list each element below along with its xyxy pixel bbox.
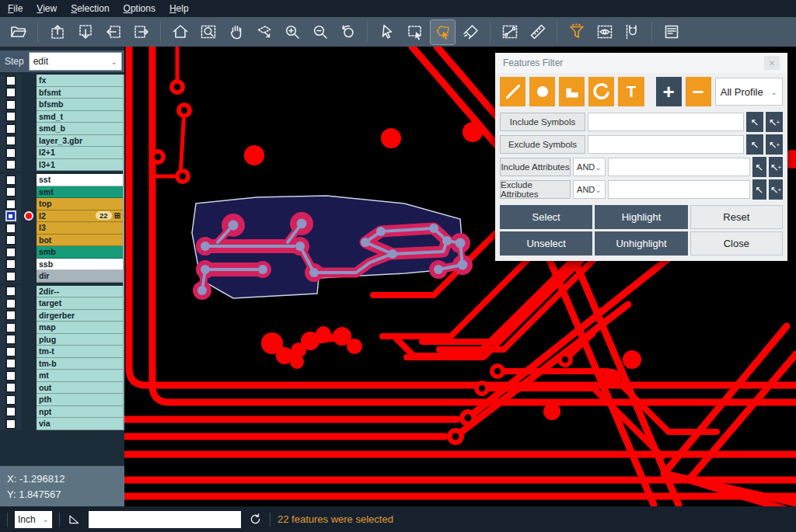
profile-select[interactable]: All Profile ⌄ bbox=[715, 78, 783, 106]
layer-label[interactable]: bfsmb bbox=[37, 99, 123, 111]
select-icon[interactable] bbox=[375, 20, 399, 44]
layer-label[interactable]: top bbox=[37, 198, 123, 210]
remove-filter-button[interactable]: − bbox=[686, 77, 711, 106]
filter-row-label-button[interactable]: Exclude Symbols bbox=[500, 135, 585, 154]
layer-checkbox[interactable] bbox=[5, 346, 16, 357]
layer-row-smd_t[interactable]: smd_t bbox=[0, 111, 123, 123]
layer-label[interactable]: plug bbox=[37, 334, 123, 346]
logic-select[interactable]: AND⌄ bbox=[573, 180, 606, 199]
layer-checkbox[interactable] bbox=[5, 286, 16, 297]
layer-row-smt[interactable]: smt bbox=[0, 186, 123, 199]
layer-label[interactable]: tm-b bbox=[37, 358, 123, 370]
drag-view-icon[interactable] bbox=[252, 20, 276, 44]
layer-row-sst[interactable]: sst bbox=[0, 174, 123, 186]
layer-row-target[interactable]: target bbox=[0, 297, 123, 310]
layer-label[interactable]: tm-t bbox=[37, 346, 123, 358]
pick-add-from-canvas-button[interactable]: ↖+ bbox=[769, 157, 783, 177]
layer-row-via[interactable]: via bbox=[0, 418, 123, 430]
layer-checkbox[interactable] bbox=[5, 210, 16, 221]
layer-checkbox[interactable] bbox=[5, 298, 16, 309]
layer-checkbox[interactable] bbox=[5, 223, 16, 234]
layer-label[interactable]: via bbox=[37, 418, 123, 430]
layer-row-smd_b[interactable]: smd_b bbox=[0, 123, 123, 135]
unit-select[interactable]: Inch ⌄ bbox=[15, 511, 52, 528]
zoom-out-icon[interactable] bbox=[308, 20, 332, 44]
filter-value-input[interactable] bbox=[588, 113, 744, 131]
home-icon[interactable] bbox=[168, 20, 192, 44]
preview-icon[interactable] bbox=[592, 20, 616, 44]
layer-row-fx[interactable]: fx bbox=[0, 75, 123, 87]
layer-checkbox[interactable] bbox=[5, 247, 16, 258]
pad-icon[interactable] bbox=[529, 77, 555, 106]
brush-icon[interactable] bbox=[459, 20, 483, 44]
layer-checkbox[interactable] bbox=[5, 199, 16, 210]
arc-icon[interactable] bbox=[588, 77, 614, 106]
layer-checkbox[interactable] bbox=[5, 175, 16, 186]
layer-checkbox[interactable] bbox=[5, 322, 16, 333]
zoom-previous-icon[interactable] bbox=[336, 20, 360, 44]
polygon-select-icon[interactable] bbox=[431, 20, 455, 44]
layer-row-smb[interactable]: smb bbox=[0, 246, 123, 259]
pick-from-canvas-button[interactable]: ↖ bbox=[752, 157, 766, 177]
filter-row-label-button[interactable]: Include Symbols bbox=[500, 113, 585, 131]
layer-checkbox[interactable] bbox=[5, 111, 16, 122]
close-button[interactable]: Close bbox=[690, 231, 783, 256]
snap-angle-icon[interactable] bbox=[67, 512, 82, 527]
reset-button[interactable]: Reset bbox=[690, 205, 783, 229]
pick-from-canvas-button[interactable]: ↖ bbox=[752, 179, 766, 200]
layer-row-npt[interactable]: npt bbox=[0, 406, 123, 419]
layer-checkbox[interactable] bbox=[5, 370, 16, 381]
layer-label[interactable]: target bbox=[37, 297, 123, 310]
layer-label[interactable]: dir bbox=[37, 270, 123, 283]
filter-value-input[interactable] bbox=[608, 180, 750, 199]
menu-item-view[interactable]: View bbox=[37, 3, 57, 14]
layer-label[interactable]: l2+1 bbox=[37, 147, 123, 159]
layer-row-out[interactable]: out bbox=[0, 382, 123, 395]
pick-from-canvas-button[interactable]: ↖ bbox=[746, 112, 763, 132]
layer-checkbox[interactable] bbox=[5, 123, 16, 134]
layer-label[interactable]: smd_t bbox=[37, 111, 123, 123]
layer-label[interactable]: bfsmt bbox=[37, 87, 123, 99]
text-icon[interactable]: T bbox=[618, 77, 644, 106]
refresh-icon[interactable] bbox=[248, 512, 263, 527]
dialog-titlebar[interactable]: Features Filter ✕ bbox=[495, 53, 787, 73]
layer-label[interactable]: smb bbox=[37, 246, 123, 259]
filter-value-input[interactable] bbox=[608, 158, 750, 176]
filter-row-label-button[interactable]: Include Attributes bbox=[500, 158, 571, 176]
layer-label[interactable]: l3 bbox=[37, 222, 123, 235]
layers-panel-icon[interactable] bbox=[659, 20, 683, 44]
layer-checkbox[interactable] bbox=[5, 271, 16, 282]
zoom-in-icon[interactable] bbox=[280, 20, 304, 44]
shift-up-icon[interactable] bbox=[45, 20, 69, 44]
layer-row-bfsmt[interactable]: bfsmt bbox=[0, 87, 123, 99]
layer-label[interactable]: out bbox=[37, 382, 123, 395]
layer-checkbox[interactable] bbox=[5, 419, 16, 429]
pan-icon[interactable] bbox=[224, 20, 248, 44]
menu-item-selection[interactable]: Selection bbox=[71, 3, 109, 14]
layer-row-dirgerber[interactable]: dirgerber bbox=[0, 310, 123, 322]
layer-checkbox[interactable] bbox=[5, 75, 16, 86]
layer-checkbox[interactable] bbox=[5, 135, 16, 146]
layer-label[interactable]: ssb bbox=[37, 259, 123, 271]
layer-row-tm-t[interactable]: tm-t bbox=[0, 346, 123, 358]
layer-label[interactable]: map bbox=[37, 322, 123, 334]
pcb-viewport[interactable]: Features Filter ✕ T + − All Profile ⌄ In… bbox=[124, 47, 796, 506]
layer-checkbox[interactable] bbox=[5, 159, 16, 170]
zoom-area-icon[interactable] bbox=[196, 20, 220, 44]
layer-row-layer_3.gbr[interactable]: layer_3.gbr bbox=[0, 135, 123, 148]
layer-row-l3+1[interactable]: l3+1 bbox=[0, 159, 123, 172]
measure-icon[interactable] bbox=[498, 20, 522, 44]
line-icon[interactable] bbox=[500, 77, 525, 106]
layer-row-l2+1[interactable]: l2+1 bbox=[0, 147, 123, 159]
layer-checkbox[interactable] bbox=[5, 99, 16, 110]
layer-row-2dir--[interactable]: 2dir-- bbox=[0, 286, 123, 298]
filter-row-label-button[interactable]: Exclude Attributes bbox=[500, 180, 571, 199]
layer-label[interactable]: mt bbox=[37, 370, 123, 382]
layer-row-tm-b[interactable]: tm-b bbox=[0, 358, 123, 370]
menu-item-file[interactable]: File bbox=[8, 3, 23, 14]
surface-icon[interactable] bbox=[559, 77, 585, 106]
layer-label[interactable]: dirgerber bbox=[37, 310, 123, 322]
layer-checkbox[interactable] bbox=[5, 358, 16, 369]
layer-row-l3[interactable]: l3 bbox=[0, 222, 123, 235]
menu-item-options[interactable]: Options bbox=[124, 3, 155, 14]
